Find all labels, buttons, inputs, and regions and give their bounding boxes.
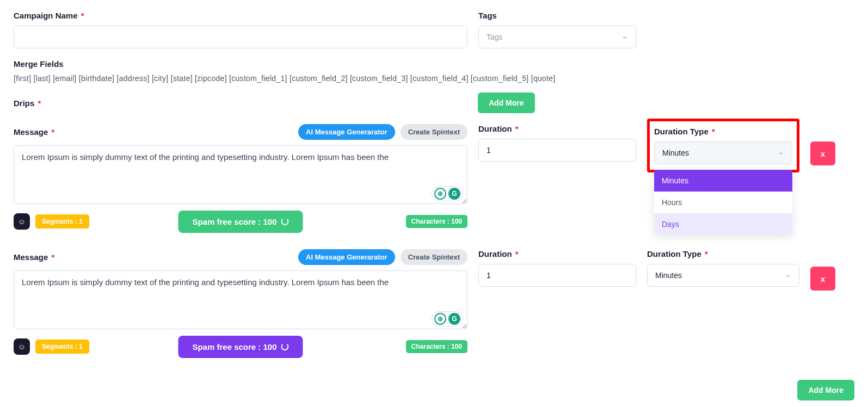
dropdown-option-days[interactable]: Days [654,213,792,235]
delete-drip-button[interactable]: x [810,267,835,291]
campaign-name-input[interactable] [14,26,467,48]
merge-fields-label: Merge Fields [14,59,854,69]
segments-badge: Segments : 1 [35,340,89,354]
merge-fields-list[interactable]: [first] [last] [email] [birthdate] [addr… [14,74,854,83]
ai-generator-button[interactable]: AI Message Generarator [298,249,395,265]
emoji-button[interactable]: ☺ [14,338,30,355]
tags-label: Tags [478,11,636,20]
emoji-button[interactable]: ☺ [14,213,30,230]
create-spintext-button[interactable]: Create Spintext [401,249,467,265]
add-more-button-top[interactable]: Add More [478,92,535,113]
message-textarea[interactable]: Lorem Ipsum is simply dummy text of the … [14,270,467,329]
chevron-down-icon [778,150,784,156]
tags-placeholder: Tags [487,33,503,41]
duration-type-dropdown: Minutes Hours Days [654,170,792,235]
duration-type-select[interactable]: Minutes [647,264,799,287]
message-label: Message * [14,127,54,137]
duration-label: Duration * [478,249,636,258]
duration-type-label: Duration Type * [647,249,799,258]
tags-select[interactable]: Tags [478,26,636,48]
grammarly-icon: G [448,313,460,325]
message-textarea[interactable]: Lorem Ipsum is simply dummy text of the … [14,145,467,204]
grammarly-icon: G [448,188,460,200]
duration-type-select[interactable]: Minutes [654,141,792,164]
lightbulb-icon: ⊕ [434,313,446,325]
spam-score-button[interactable]: Spam free score : 100 [178,336,303,358]
chevron-down-icon [621,34,628,40]
duration-label: Duration * [478,124,636,133]
drips-label: Drips * [14,98,41,108]
refresh-icon [281,343,289,350]
ai-generator-button[interactable]: AI Message Generarator [298,124,395,140]
chevron-down-icon [785,272,791,279]
duration-input[interactable] [478,139,636,162]
dropdown-option-hours[interactable]: Hours [654,192,792,213]
lightbulb-icon: ⊕ [434,188,446,200]
characters-badge: Characters : 100 [406,215,467,228]
grammarly-widget[interactable]: ⊕ G [432,186,463,201]
grammarly-widget[interactable]: ⊕ G [432,311,463,326]
add-more-button-bottom[interactable]: Add More [797,380,854,400]
duration-type-highlight: Duration Type * Minutes Minutes Hours Da… [647,119,799,172]
message-label: Message * [14,252,54,262]
duration-input[interactable] [478,264,636,287]
refresh-icon [281,218,289,225]
create-spintext-button[interactable]: Create Spintext [401,124,467,140]
segments-badge: Segments : 1 [35,214,89,229]
duration-type-label: Duration Type * [654,127,792,136]
dropdown-option-minutes[interactable]: Minutes [654,170,792,192]
spam-score-button[interactable]: Spam free score : 100 [178,211,303,233]
duration-type-value: Minutes [662,149,689,157]
characters-badge: Characters : 100 [406,340,467,353]
delete-drip-button[interactable]: x [810,141,835,165]
campaign-name-label: Campaign Name * [14,11,467,20]
duration-type-value: Minutes [655,271,682,280]
